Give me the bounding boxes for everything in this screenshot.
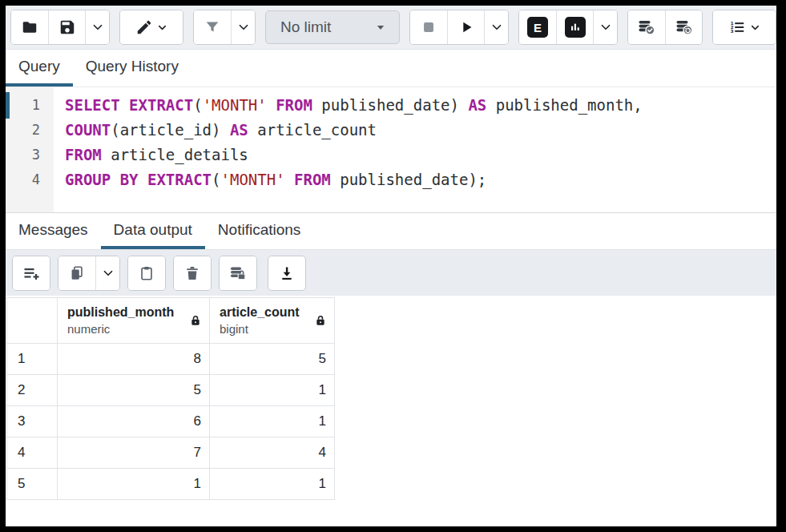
pencil-icon (135, 18, 153, 36)
rollback-icon (675, 18, 694, 37)
column-meta: article_count bigint (220, 304, 300, 337)
line-number: 3 (6, 147, 54, 163)
tab-data-output[interactable]: Data output (101, 213, 205, 249)
grid-col-header-published-month[interactable]: published_month numeric (58, 297, 210, 344)
row-limit-select[interactable]: No limit (265, 10, 400, 44)
commit-button[interactable] (628, 10, 665, 44)
paste-button[interactable] (128, 256, 165, 290)
grid-data-cell[interactable]: 6 (58, 406, 210, 437)
grid-data-cell[interactable]: 4 (210, 437, 335, 469)
edit-dropdown-button[interactable] (120, 10, 183, 44)
tab-query-history[interactable]: Query History (73, 50, 191, 87)
chevron-down-icon (490, 20, 504, 34)
grid-row-number-cell[interactable]: 1 (6, 344, 58, 375)
play-icon (457, 18, 475, 36)
column-type: numeric (67, 321, 174, 337)
line-number: 2 (6, 122, 54, 138)
chevron-down-icon (156, 22, 168, 34)
add-row-button[interactable] (13, 256, 50, 290)
explain-dropdown-button[interactable] (593, 10, 617, 44)
grid-data-cell[interactable]: 5 (58, 375, 210, 406)
copy-button[interactable] (58, 256, 95, 290)
explain-icon: E (527, 17, 548, 38)
grid-row-number-cell[interactable]: 2 (6, 375, 58, 406)
chevron-down-icon (91, 20, 105, 34)
line-number: 1 (6, 97, 54, 113)
save-file-button[interactable] (48, 10, 85, 44)
filter-button-group (193, 10, 256, 45)
code-line: 2COUNT(article_id) AS article_count (6, 117, 776, 142)
tab-query-label: Query (18, 58, 60, 75)
code-line: 1SELECT EXTRACT('MONTH' FROM published_d… (6, 92, 776, 117)
code-text: GROUP BY EXTRACT('MONTH' FROM published_… (54, 171, 486, 188)
execute-dropdown-button[interactable] (484, 10, 508, 44)
copy-icon (68, 264, 86, 282)
database-lock-icon (228, 264, 248, 283)
explain-button[interactable]: E (519, 10, 556, 44)
grid-data-cell[interactable]: 5 (210, 344, 335, 375)
line-number: 4 (6, 171, 54, 187)
save-data-changes-button[interactable] (220, 256, 256, 290)
chevron-down-icon (101, 266, 115, 280)
download-button[interactable] (268, 256, 305, 290)
grid-corner-cell[interactable] (6, 297, 58, 344)
rollback-button[interactable] (665, 10, 702, 44)
open-file-button[interactable] (11, 10, 48, 44)
code-text: COUNT(article_id) AS article_count (54, 121, 377, 139)
row-limit-value: No limit (280, 18, 331, 36)
grid-row-number-cell[interactable]: 5 (6, 469, 58, 500)
chevron-down-icon (749, 22, 761, 34)
macros-button-group: 123 (712, 10, 776, 45)
delete-row-button[interactable] (174, 256, 211, 290)
tab-query[interactable]: Query (6, 50, 73, 87)
grid-data-cell[interactable]: 1 (58, 469, 210, 500)
tab-messages[interactable]: Messages (6, 213, 101, 249)
edit-button-group (119, 10, 183, 45)
grid-col-header-article-count[interactable]: article_count bigint (210, 297, 335, 344)
execute-button[interactable] (447, 10, 484, 44)
query-tool-window: No limit E (6, 6, 776, 526)
numbered-list-icon: 123 (728, 18, 746, 36)
execute-button-group (409, 10, 509, 45)
column-type: bigint (220, 321, 300, 337)
tab-notifications-label: Notifications (218, 221, 301, 239)
macros-button[interactable]: 123 (713, 10, 776, 44)
grid-row-number-cell[interactable]: 4 (6, 437, 58, 469)
add-row-icon (22, 264, 41, 283)
code-lines: 1SELECT EXTRACT('MONTH' FROM published_d… (6, 92, 776, 191)
code-text: SELECT EXTRACT('MONTH' FROM published_da… (54, 96, 643, 114)
grid-data-cell[interactable]: 1 (210, 469, 335, 500)
sql-editor[interactable]: 1SELECT EXTRACT('MONTH' FROM published_d… (6, 87, 776, 213)
filter-dropdown-button[interactable] (231, 10, 255, 44)
column-name: published_month (67, 304, 174, 321)
grid-data-cell[interactable]: 1 (210, 406, 335, 437)
file-button-group (10, 10, 110, 45)
grid-row-number-cell[interactable]: 3 (6, 406, 58, 437)
save-icon (58, 18, 76, 36)
chevron-down-icon (236, 20, 251, 34)
grid-data-cell[interactable]: 8 (58, 344, 210, 375)
explain-button-group: E (518, 10, 618, 45)
results-tab-bar: Messages Data output Notifications (6, 213, 776, 250)
tab-query-history-label: Query History (86, 58, 179, 75)
grid-data-cell[interactable]: 1 (210, 375, 335, 406)
tab-notifications[interactable]: Notifications (205, 213, 314, 249)
transaction-button-group (627, 10, 703, 45)
column-meta: published_month numeric (67, 304, 174, 337)
explain-analyze-button[interactable] (556, 10, 593, 44)
results-toolbar (6, 250, 776, 296)
paste-icon (138, 264, 155, 282)
filter-icon (204, 18, 221, 36)
grid-data-cell[interactable]: 7 (58, 437, 210, 469)
lock-icon (314, 314, 327, 327)
filter-button[interactable] (194, 10, 231, 44)
copy-dropdown-button[interactable] (95, 256, 119, 290)
query-tab-bar: Query Query History (6, 50, 776, 87)
tab-messages-label: Messages (18, 221, 88, 239)
stop-button[interactable] (410, 10, 447, 44)
svg-text:3: 3 (730, 29, 733, 34)
save-dropdown-button[interactable] (85, 10, 109, 44)
caret-down-icon (373, 19, 389, 35)
chevron-down-icon (599, 20, 613, 34)
download-icon (278, 264, 296, 282)
